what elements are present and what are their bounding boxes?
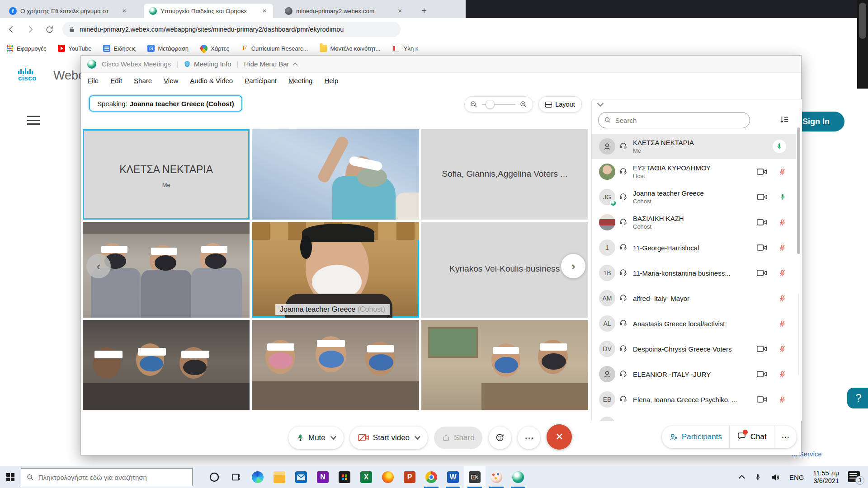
zoom-control[interactable]	[464, 96, 533, 113]
tab-close-icon[interactable]: ×	[260, 7, 269, 15]
taskbar-edge[interactable]	[247, 466, 269, 488]
tray-volume-icon[interactable]	[770, 473, 780, 482]
share-button[interactable]: Share	[434, 427, 482, 449]
participant-row[interactable]: AM alfred- Italy- Mayor	[592, 286, 796, 311]
more-options-button[interactable]: ⋯	[518, 427, 540, 449]
taskbar-clock[interactable]: 11:55 πμ3/6/2021	[813, 469, 839, 485]
tray-mic-icon[interactable]	[754, 473, 761, 482]
menu-participant[interactable]: Participant	[245, 77, 277, 84]
camera-icon[interactable]	[757, 345, 767, 352]
search-input[interactable]	[615, 117, 744, 124]
mic-muted-icon[interactable]	[778, 345, 786, 353]
page-scrollbar[interactable]	[857, 0, 868, 89]
start-button[interactable]	[0, 466, 21, 488]
reactions-button[interactable]	[489, 427, 511, 449]
video-tile[interactable]	[252, 129, 419, 220]
start-video-button[interactable]: Start video	[350, 427, 428, 449]
taskbar-powerpoint[interactable]: P	[399, 466, 420, 488]
address-bar[interactable]: minedu-primary2.webex.com/webappng/sites…	[62, 22, 401, 37]
camera-icon[interactable]	[757, 269, 767, 277]
mic-muted-icon[interactable]	[778, 269, 786, 277]
mic-muted-icon[interactable]	[778, 396, 786, 404]
participant-row[interactable]: ΕΥΣΤΑΘΙΑ ΚΥΡΟΔΗΜΟΥ Host	[592, 159, 796, 184]
camera-icon[interactable]	[757, 193, 767, 201]
hide-menu-bar-button[interactable]: Hide Menu Bar	[244, 60, 298, 68]
panel-collapse-chevron-icon[interactable]	[597, 100, 604, 107]
menu-meeting[interactable]: Meeting	[288, 77, 312, 84]
participant-row[interactable]: 1B 11-Maria-konstantina business...	[592, 260, 796, 286]
bookmark-curriculum[interactable]: FCurriculum Researc...	[241, 45, 308, 52]
browser-tab-webex-site[interactable]: Υπουργείο Παιδείας και Θρησκε ×	[144, 4, 273, 18]
tray-expand-icon[interactable]	[739, 475, 745, 481]
mic-on-icon[interactable]	[779, 193, 786, 201]
menu-help[interactable]: Help	[324, 77, 338, 84]
task-view-button[interactable]	[225, 466, 247, 488]
new-tab-button[interactable]: +	[418, 5, 430, 17]
previous-page-arrow[interactable]: ‹	[86, 254, 111, 278]
mic-muted-icon[interactable]	[778, 244, 786, 252]
menu-view[interactable]: View	[164, 77, 178, 84]
forward-icon[interactable]	[23, 22, 38, 37]
participant-search[interactable]	[598, 112, 750, 128]
tab-close-icon[interactable]: ×	[120, 7, 128, 15]
video-tile-self[interactable]: ΚΛΕΤΣΑ ΝΕΚΤΑΡΙΑ Me	[83, 129, 250, 220]
taskbar-excel[interactable]: X	[355, 466, 377, 488]
more-panels-button[interactable]: ⋯	[774, 426, 797, 448]
participant-row[interactable]: EB Elena, Ioanna Greece Psychiko, ...	[592, 387, 796, 412]
chevron-down-icon[interactable]	[330, 434, 336, 440]
taskbar-word[interactable]: W	[442, 466, 464, 488]
video-tile[interactable]	[252, 320, 419, 410]
taskbar-explorer[interactable]	[269, 466, 290, 488]
taskbar-paint[interactable]	[486, 466, 507, 488]
taskbar-webex-app[interactable]	[507, 466, 529, 488]
bookmark-youtube[interactable]: YouTube	[58, 45, 91, 52]
leave-meeting-button[interactable]: ✕	[547, 424, 572, 450]
back-icon[interactable]	[4, 22, 19, 37]
participant-row[interactable]: JG Joanna teacher Greece Cohost	[592, 184, 796, 210]
participant-row[interactable]: ELEANIOR -ITALY -JURY	[592, 361, 796, 387]
meeting-info-button[interactable]: Meeting Info	[184, 60, 231, 68]
taskbar-store[interactable]	[334, 466, 355, 488]
zoom-slider[interactable]	[482, 104, 515, 105]
menu-file[interactable]: File	[88, 77, 99, 84]
panel-scrollbar[interactable]	[797, 127, 800, 254]
camera-icon[interactable]	[757, 396, 767, 403]
bookmark-model[interactable]: Μοντέλο κοινότητ...	[320, 45, 380, 52]
menu-audio-video[interactable]: Audio & Video	[190, 77, 233, 84]
layout-button[interactable]: Layout	[538, 96, 582, 113]
mic-muted-icon[interactable]	[778, 421, 786, 422]
taskbar-mail[interactable]	[290, 466, 312, 488]
help-bubble-button[interactable]: ?	[847, 388, 868, 408]
camera-icon[interactable]	[757, 168, 767, 175]
participant-row[interactable]: ΚΛΕΤΣΑ ΝΕΚΤΑΡΙΑ Me	[592, 134, 796, 159]
camera-icon[interactable]	[757, 371, 767, 378]
participant-row[interactable]: DV Despoina-Chryssi Greece Voters	[592, 336, 796, 361]
browser-tab-facebook[interactable]: f Ο χρήστης Efi έστειλε μήνυμα στ ×	[4, 4, 133, 18]
taskbar-firefox[interactable]	[377, 466, 399, 488]
mic-muted-icon[interactable]	[778, 320, 786, 328]
language-indicator[interactable]: ENG	[789, 474, 804, 481]
bookmark-maps[interactable]: Χάρτες	[200, 45, 229, 52]
tab-close-icon[interactable]: ×	[396, 7, 404, 15]
hamburger-menu-icon[interactable]	[27, 116, 40, 125]
camera-icon[interactable]	[757, 244, 767, 251]
mic-muted-icon[interactable]	[778, 168, 786, 176]
mic-on-icon[interactable]	[773, 140, 786, 153]
video-tile[interactable]	[83, 320, 250, 410]
video-tile-active-speaker[interactable]: Joanna teacher Greece (Cohost)	[252, 222, 419, 318]
mic-muted-icon[interactable]	[778, 219, 786, 226]
participants-toggle-button[interactable]: Participants	[662, 426, 729, 448]
chat-toggle-button[interactable]: Chat	[729, 426, 774, 448]
zoom-in-icon[interactable]	[520, 101, 527, 108]
menu-share[interactable]: Share	[134, 77, 152, 84]
cortana-button[interactable]	[203, 466, 225, 488]
participant-row[interactable]: KL Konstantina 5o Alimou local	[592, 412, 796, 421]
participant-row[interactable]: 1 11-George-Harrislocal	[592, 235, 796, 260]
taskbar-search[interactable]	[21, 468, 193, 486]
bookmark-apps[interactable]: Εφαρμογές	[6, 45, 46, 52]
taskbar-webex-meeting[interactable]	[464, 466, 486, 488]
next-page-arrow[interactable]: ›	[561, 254, 585, 278]
participant-row[interactable]: ΒΑΣΙΛΙΚΗ ΚΑΖΗ Cohost	[592, 210, 796, 235]
mic-muted-icon[interactable]	[778, 295, 786, 302]
mic-muted-icon[interactable]	[778, 371, 786, 378]
